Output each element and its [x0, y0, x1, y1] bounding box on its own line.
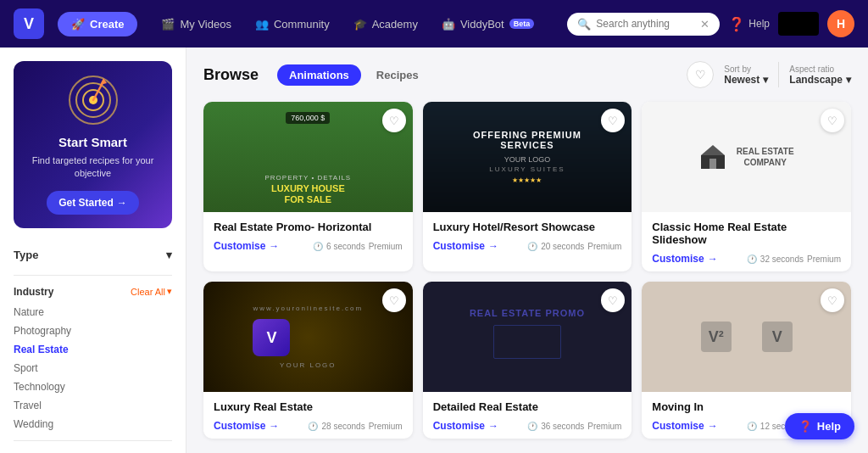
industry-item-technology[interactable]: Technology: [14, 378, 172, 396]
card-meta: 🕐 20 seconds Premium: [527, 242, 621, 251]
help-float-button[interactable]: ❓ Help: [785, 413, 854, 439]
type-filter-header[interactable]: Type ▾: [14, 242, 172, 268]
card-footer: Customise → 🕐 36 seconds Premium: [433, 420, 622, 432]
content-area: Browse Animations Recipes ♡ Sort by Newe…: [186, 48, 868, 453]
logo[interactable]: V: [14, 8, 44, 39]
aspect-ratio-dropdown[interactable]: Aspect ratio Landscape ▾: [789, 64, 851, 86]
card-thumbnail: V² V ♡: [642, 282, 851, 392]
nav-my-videos[interactable]: 🎬 My Videos: [151, 13, 241, 36]
get-started-button[interactable]: Get Started →: [47, 191, 139, 215]
film-icon: 🎬: [161, 18, 175, 31]
promo-title: Start Smart: [27, 135, 159, 149]
card-grid: 760,000 $ PROPERTY • DETAILS LUXURY HOUS…: [203, 102, 851, 439]
card-title: Luxury Real Estate: [214, 400, 403, 413]
browse-tabs: Animations Recipes: [277, 64, 431, 86]
type-filter: Type ▾: [14, 242, 172, 276]
card-body: Luxury Real Estate Customise → 🕐 28 seco…: [203, 392, 413, 439]
card-luxury-hotel: OFFERING PREMIUMSERVICES YOUR LOGO LUXUR…: [423, 102, 632, 271]
arrow-right-icon: →: [269, 240, 279, 252]
chevron-down-icon: ▾: [167, 286, 172, 297]
industry-item-wedding[interactable]: Wedding: [14, 415, 172, 433]
card-real-estate-promo: 760,000 $ PROPERTY • DETAILS LUXURY HOUS…: [203, 102, 413, 271]
promo-description: Find targeted recipes for your objective: [27, 154, 159, 181]
svg-rect-8: [709, 159, 716, 169]
clock-icon: 🕐: [308, 422, 318, 431]
card-heart-3[interactable]: ♡: [821, 109, 844, 132]
clear-search-icon[interactable]: ✕: [700, 18, 709, 31]
avatar[interactable]: H: [827, 10, 854, 37]
search-input[interactable]: [596, 18, 695, 30]
industry-item-real-estate[interactable]: Real Estate: [14, 340, 172, 359]
main-layout: Start Smart Find targeted recipes for yo…: [0, 48, 868, 453]
nav-academy[interactable]: 🎓 Academy: [343, 13, 428, 36]
card-title: Luxury Hotel/Resort Showcase: [433, 221, 622, 233]
mortarboard-icon: 🎓: [353, 18, 367, 31]
nav-viddybot[interactable]: 🤖 ViddyBot Beta: [431, 13, 544, 36]
card-body: Real Estate Promo- Horizontal Customise …: [203, 212, 413, 259]
card-title: Real Estate Promo- Horizontal: [214, 221, 403, 233]
industry-item-nature[interactable]: Nature: [14, 303, 172, 322]
clock-icon: 🕐: [313, 242, 323, 251]
card-title: Classic Home Real Estate Slideshow: [652, 221, 841, 246]
rocket-icon: 🚀: [71, 18, 85, 31]
main-nav: 🎬 My Videos 👥 Community 🎓 Academy 🤖 Vidd…: [151, 13, 560, 36]
card-body: Detailed Real Estate Customise → 🕐 36 se…: [423, 392, 632, 439]
chevron-down-icon: ▾: [166, 249, 172, 261]
card-meta: 🕐 6 seconds Premium: [313, 242, 403, 251]
search-box[interactable]: 🔍 ✕: [567, 13, 720, 36]
clear-all-button[interactable]: Clear All ▾: [131, 286, 172, 297]
arrow-right-icon: →: [488, 420, 498, 432]
industry-item-travel[interactable]: Travel: [14, 396, 172, 415]
help-nav-button[interactable]: ❓ Help: [728, 16, 770, 32]
arrow-right-icon: →: [708, 420, 718, 432]
tab-recipes[interactable]: Recipes: [364, 64, 431, 86]
card-thumbnail: 760,000 $ PROPERTY • DETAILS LUXURY HOUS…: [203, 102, 413, 212]
arrow-right-icon: →: [117, 197, 127, 209]
card-footer: Customise → 🕐 28 seconds Premium: [214, 420, 403, 432]
bot-icon: 🤖: [442, 18, 455, 31]
card-body: Luxury Hotel/Resort Showcase Customise →…: [423, 212, 632, 259]
chevron-down-icon: ▾: [846, 74, 851, 86]
card-luxury-real-estate: www.youronlinesite.com V YOUR LOGO ♡ Lux…: [203, 282, 413, 439]
customise-link-2[interactable]: Customise →: [433, 240, 498, 252]
arrow-right-icon: →: [488, 240, 498, 252]
sort-by-dropdown[interactable]: Sort by Newest ▾: [724, 64, 768, 86]
promo-card: Start Smart Find targeted recipes for yo…: [14, 61, 172, 228]
card-footer: Customise → 🕐 20 seconds Premium: [433, 240, 622, 252]
card-heart-1[interactable]: ♡: [382, 109, 406, 132]
card-heart-4[interactable]: ♡: [382, 288, 406, 312]
customise-link-3[interactable]: Customise →: [652, 253, 717, 265]
help-circle-icon: ❓: [728, 16, 745, 32]
card-footer: Customise → 🕐 6 seconds Premium: [214, 240, 403, 252]
favorites-button[interactable]: ♡: [687, 61, 714, 88]
customise-link-4[interactable]: Customise →: [214, 420, 279, 432]
industry-filter-header: Industry Clear All ▾: [14, 286, 172, 298]
svg-marker-7: [701, 145, 725, 155]
question-circle-icon: ❓: [798, 420, 812, 433]
card-thumbnail: REAL ESTATECOMPANY ♡: [642, 102, 851, 212]
re-logo-icon: [699, 143, 726, 171]
card-meta: 🕐 32 seconds Premium: [747, 254, 841, 264]
customise-link-5[interactable]: Customise →: [433, 420, 498, 432]
chevron-down-icon: ▾: [763, 74, 768, 86]
industry-list: Nature Photography Real Estate Sport Tec…: [14, 303, 172, 433]
customise-link-6[interactable]: Customise →: [652, 420, 717, 432]
customise-link-1[interactable]: Customise →: [214, 240, 279, 252]
arrow-right-icon: →: [708, 253, 718, 265]
tab-animations[interactable]: Animations: [277, 64, 361, 86]
browse-title: Browse: [203, 66, 259, 84]
card-heart-6[interactable]: ♡: [821, 288, 844, 312]
industry-filter: Industry Clear All ▾ Nature Photography …: [14, 286, 172, 441]
header: V 🚀 Create 🎬 My Videos 👥 Community 🎓 Aca…: [0, 0, 868, 48]
nav-community[interactable]: 👥 Community: [245, 13, 340, 36]
arrow-right-icon: →: [269, 420, 279, 432]
card-title: Moving In: [652, 400, 841, 413]
industry-item-sport[interactable]: Sport: [14, 359, 172, 378]
separator: [778, 62, 779, 87]
industry-item-photography[interactable]: Photography: [14, 322, 172, 340]
card-body: Classic Home Real Estate Slideshow Custo…: [642, 212, 851, 271]
create-button[interactable]: 🚀 Create: [58, 12, 137, 36]
clock-icon: 🕐: [527, 242, 537, 251]
card-thumbnail: REAL ESTATE PROMO ♡: [423, 282, 632, 392]
card-thumbnail: OFFERING PREMIUMSERVICES YOUR LOGO LUXUR…: [423, 102, 632, 212]
